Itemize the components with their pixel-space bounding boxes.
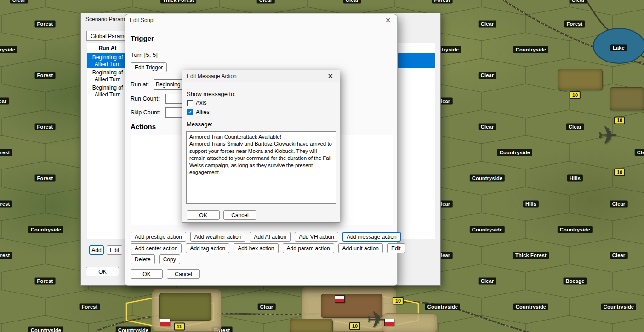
hex-label: Hills xyxy=(523,201,539,208)
hex-label: Clear xyxy=(610,252,628,259)
edit-action-button[interactable]: Edit xyxy=(387,243,405,253)
hex-label: Forest xyxy=(564,21,585,28)
add-unit-action-button[interactable]: Add unit action xyxy=(338,243,383,253)
hex-label: Clear xyxy=(479,278,496,285)
message-ok-button[interactable]: OK xyxy=(187,210,220,220)
hex-label: Clear xyxy=(566,124,584,130)
axis-checkbox-row[interactable]: Axis xyxy=(187,99,207,107)
run-at-row-label: Beginning of Allied Turn xyxy=(87,84,128,97)
artillery-unit-sprite[interactable] xyxy=(610,87,644,110)
hex-label: Clear xyxy=(610,201,628,208)
add-hex-action-button[interactable]: Add hex action xyxy=(234,243,278,253)
skip-count-label: Skip Count: xyxy=(131,109,160,116)
axis-checkbox-label: Axis xyxy=(196,100,207,106)
hex-label: Countryside xyxy=(558,226,593,233)
polish-flag-icon[interactable] xyxy=(335,295,345,303)
hex-label: Clear xyxy=(0,98,9,105)
scenario-params-title: Scenario Params xyxy=(85,13,128,25)
action-buttons-row-2: Add center action Add tag action Add hex… xyxy=(131,243,405,253)
action-buttons-row-1: Add prestige action Add weather action A… xyxy=(131,232,401,242)
run-at-row-label: Beginning of Allied Turn xyxy=(87,54,128,67)
add-center-action-button[interactable]: Add center action xyxy=(131,243,182,253)
hex-label: Countryside xyxy=(116,327,151,332)
strength-badge: 10 xyxy=(349,322,360,330)
hex-label: Thick Forest xyxy=(160,0,196,4)
message-textarea[interactable]: Armored Train Counterattack Available! A… xyxy=(186,131,336,204)
run-at-row-label: Beginning of Allied Turn xyxy=(87,69,128,82)
tank-unit-sprite[interactable] xyxy=(558,69,603,90)
hex-label: Forest xyxy=(432,0,453,4)
edit-message-action-dialog: Edit Message Action ✕ Show message to: A… xyxy=(182,70,340,223)
hex-label: Countryside xyxy=(497,149,532,156)
copy-action-button[interactable]: Copy xyxy=(159,254,180,264)
hex-label: Countryside xyxy=(425,304,460,310)
tank-unit-sprite[interactable] xyxy=(290,319,333,332)
polish-flag-icon[interactable] xyxy=(160,319,170,326)
trigger-heading: Trigger xyxy=(131,34,154,42)
strength-badge: 10 xyxy=(393,297,404,305)
strength-badge: 10 xyxy=(614,117,625,124)
hex-label: Forest xyxy=(35,21,56,28)
scenario-ok-button[interactable]: OK xyxy=(86,267,119,276)
hex-label: Countryside xyxy=(470,226,505,233)
hex-label: Forest xyxy=(35,124,56,130)
edit-message-title: Edit Message Action xyxy=(187,70,237,82)
actions-heading: Actions xyxy=(131,123,156,130)
hex-label: Forest xyxy=(80,304,100,310)
add-param-action-button[interactable]: Add param action xyxy=(283,243,334,253)
delete-action-button[interactable]: Delete xyxy=(131,254,155,264)
close-icon[interactable]: ✕ xyxy=(325,70,335,82)
hex-label: Forest xyxy=(0,201,12,208)
hex-label: Clear xyxy=(570,0,587,4)
message-label: Message: xyxy=(187,121,212,128)
hex-label: Countryside xyxy=(470,175,505,182)
add-weather-action-button[interactable]: Add weather action xyxy=(190,232,246,242)
hex-label: Hills xyxy=(567,175,583,182)
edit-script-cancel-button[interactable]: Cancel xyxy=(167,269,200,279)
add-tag-action-button[interactable]: Add tag action xyxy=(186,243,229,253)
hex-label: Countryside xyxy=(513,304,548,310)
allies-checkbox[interactable] xyxy=(187,109,193,115)
hex-label: Thick Forest xyxy=(513,252,549,259)
hex-label: Lake xyxy=(610,45,627,51)
edit-message-titlebar[interactable]: Edit Message Action ✕ xyxy=(182,70,340,82)
truck-unit-sprite[interactable] xyxy=(159,293,211,321)
allies-checkbox-label: Allies xyxy=(196,109,210,115)
hex-label: Countryside xyxy=(513,46,548,53)
hex-label: Clear xyxy=(343,0,361,4)
hex-label: Forest xyxy=(0,149,12,156)
action-buttons-row-3: Delete Copy xyxy=(131,254,180,264)
hex-label: Countryside xyxy=(28,226,63,233)
hex-label: Bocage xyxy=(564,278,587,285)
strength-badge: 10 xyxy=(570,91,581,99)
edit-script-ok-button[interactable]: OK xyxy=(131,269,163,279)
axis-checkbox[interactable] xyxy=(187,100,193,106)
trigger-value: Turn [5, 5] xyxy=(131,51,158,58)
add-message-action-button[interactable]: Add message action xyxy=(342,232,401,242)
run-at-selected-value: Beginning o xyxy=(156,81,185,88)
edit-button[interactable]: Edit xyxy=(107,245,122,255)
allies-checkbox-row[interactable]: Allies xyxy=(187,108,210,116)
add-ai-action-button[interactable]: Add AI action xyxy=(250,232,291,242)
hex-label: Countryside xyxy=(601,304,636,310)
plane-unit-sprite[interactable]: ✈ xyxy=(598,123,644,147)
close-icon[interactable]: ✕ xyxy=(383,14,393,26)
hex-label: Clear xyxy=(479,21,496,28)
edit-trigger-button[interactable]: Edit Trigger xyxy=(131,62,167,72)
edit-script-titlebar[interactable]: Edit Script ✕ xyxy=(125,14,397,26)
hex-label: Clear xyxy=(258,304,276,310)
hex-label: Forest xyxy=(35,278,56,285)
add-prestige-action-button[interactable]: Add prestige action xyxy=(131,232,186,242)
run-count-label: Run Count: xyxy=(131,96,160,102)
hex-label: Countryside xyxy=(0,46,17,53)
polish-flag-icon[interactable] xyxy=(384,319,394,326)
hex-label: Clear xyxy=(635,149,644,156)
hex-label: Countryside xyxy=(28,327,63,332)
message-cancel-button[interactable]: Cancel xyxy=(223,210,256,220)
hex-label: Forest xyxy=(35,175,56,182)
hex-label: Forest xyxy=(0,252,12,259)
add-button[interactable]: Add xyxy=(89,245,104,255)
strength-badge: 11 xyxy=(174,323,185,331)
add-vh-action-button[interactable]: Add VH action xyxy=(295,232,338,242)
strength-badge: 10 xyxy=(614,169,625,176)
